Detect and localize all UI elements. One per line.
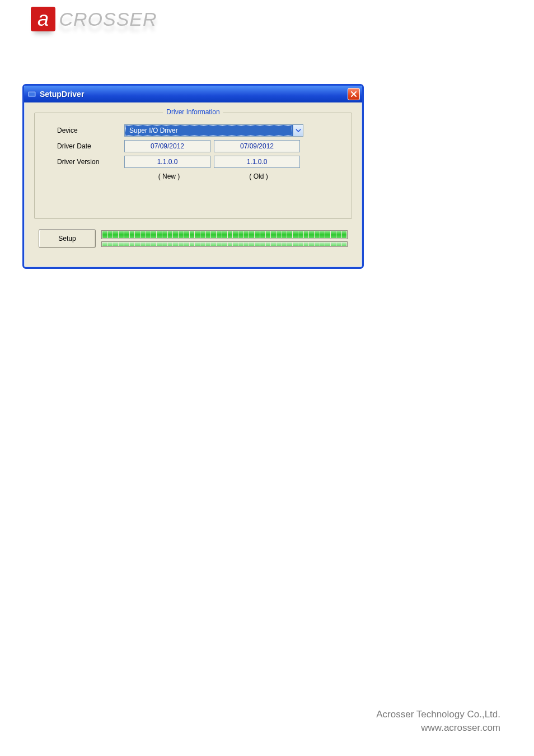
device-select[interactable]: Super I/O Driver [124,124,303,137]
progress-bar-secondary [101,241,348,247]
device-select-value: Super I/O Driver [125,125,292,136]
chevron-down-icon [296,128,301,133]
setupdriver-window: SetupDriver Driver Information Device Su… [22,84,364,269]
close-icon [350,91,357,97]
progress-bar-primary [101,230,348,239]
driver-date-label: Driver Date [57,142,124,150]
setup-button[interactable]: Setup [39,229,96,248]
brand-logo: a CROSSER [31,7,176,40]
footer-url: www.acrosser.com [376,722,500,734]
window-close-button[interactable] [348,88,360,100]
logo-wordmark: CROSSER [59,8,157,30]
driver-date-new-value: 07/09/2012 [124,140,210,152]
progress-area [101,230,348,247]
device-label: Device [57,127,124,134]
driver-date-old-value: 07/09/2012 [214,140,300,152]
column-old-label: ( Old ) [214,172,303,180]
driver-version-new-value: 1.1.0.0 [124,156,210,168]
driver-info-grid: Device Super I/O Driver Driver Date 07/0… [57,124,329,180]
driver-version-old-value: 1.1.0.0 [214,156,300,168]
window-titlebar[interactable]: SetupDriver [24,86,362,102]
svg-rect-1 [29,92,35,96]
column-new-label: ( New ) [124,172,214,180]
footer-company: Acrosser Technology Co.,Ltd. [376,709,500,720]
groupbox-legend: Driver Information [163,108,223,116]
window-system-icon [27,90,36,99]
page-footer: Acrosser Technology Co.,Ltd. www.acrosse… [376,709,500,734]
setup-row: Setup [34,229,352,248]
window-title: SetupDriver [40,90,348,99]
driver-information-groupbox: Driver Information Device Super I/O Driv… [34,113,352,219]
window-client-area: Driver Information Device Super I/O Driv… [24,102,362,256]
logo-mark-icon: a [31,7,55,31]
device-select-dropdown-button[interactable] [293,125,303,136]
driver-version-label: Driver Version [57,158,124,166]
